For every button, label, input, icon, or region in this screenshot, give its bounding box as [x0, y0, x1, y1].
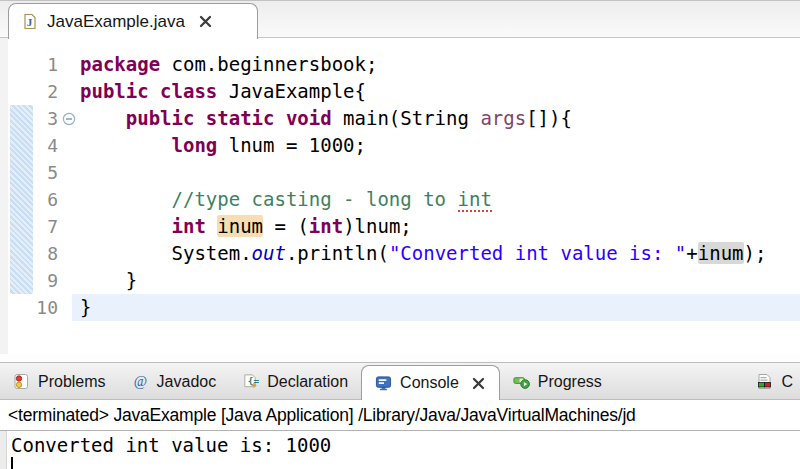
code-token: public class [80, 80, 217, 102]
console-icon [375, 375, 392, 392]
fold-slot [58, 51, 80, 78]
code-line-3[interactable]: 3 public static void main(String args[])… [0, 105, 800, 132]
console-status-text: <terminated> JavaExample [Java Applicati… [8, 405, 636, 426]
code-token: ); [744, 242, 767, 264]
view-tab-declaration[interactable]: {=Declaration [229, 363, 361, 400]
progress-icon [513, 373, 530, 390]
code-text: package com.beginnersbook; [80, 51, 800, 78]
view-tab-label: Javadoc [157, 373, 217, 391]
code-token: .println( [286, 242, 389, 264]
view-tab-label: Console [400, 374, 459, 392]
code-line-7[interactable]: 7 int inum = (int)lnum; [0, 213, 800, 240]
editor-tab-javaexample[interactable]: J JavaExample.java [8, 3, 258, 39]
fold-slot [58, 294, 80, 321]
code-line-9[interactable]: 9 } [0, 267, 800, 294]
editor-tabbar: J JavaExample.java [0, 0, 800, 38]
code-text: } [80, 294, 800, 321]
code-line-8[interactable]: 8 System.out.println("Converted int valu… [0, 240, 800, 267]
code-token [80, 134, 172, 156]
view-tab-label: Progress [538, 373, 602, 391]
editor-console-sash[interactable] [0, 354, 800, 362]
line-number: 6 [0, 186, 58, 213]
eclipse-window: J JavaExample.java 1package com.beginner… [0, 0, 800, 469]
code-token: //type casting - long to [172, 188, 458, 210]
java-file-icon: J [21, 13, 38, 30]
code-token: )lnum; [343, 215, 412, 237]
code-text: public static void main(String args[]){ [80, 105, 800, 132]
code-text: public class JavaExample{ [80, 78, 800, 105]
code-text: //type casting - long to int [80, 186, 800, 213]
line-number: 3 [0, 105, 58, 132]
line-number: 2 [0, 78, 58, 105]
code-token: args [480, 107, 526, 129]
code-token: main(String [332, 107, 481, 129]
line-number: 5 [0, 159, 58, 186]
code-token: inum [698, 242, 744, 264]
code-line-6[interactable]: 6 //type casting - long to int [0, 186, 800, 213]
code-text: int inum = (int)lnum; [80, 213, 800, 240]
code-token: lnum = 1000; [217, 134, 366, 156]
code-token [80, 188, 172, 210]
code-line-10[interactable]: 10} [0, 294, 800, 321]
code-token [80, 107, 126, 129]
coverage-icon [756, 373, 773, 390]
code-token: com.beginnersbook; [160, 53, 377, 75]
fold-minus-icon[interactable] [58, 105, 80, 132]
code-token: System. [80, 242, 252, 264]
code-token: public static void [126, 107, 332, 129]
code-line-5[interactable]: 5 [0, 159, 800, 186]
line-number: 4 [0, 132, 58, 159]
view-tab-console[interactable]: Console [361, 365, 500, 401]
code-token: = ( [263, 215, 309, 237]
fold-slot [58, 132, 80, 159]
line-number: 7 [0, 213, 58, 240]
editor-tab-label: JavaExample.java [47, 12, 185, 32]
console-gutter [0, 431, 7, 469]
fold-slot [58, 240, 80, 267]
code-text [80, 159, 800, 186]
view-tab-problems[interactable]: Problems [0, 363, 119, 400]
view-tab-javadoc[interactable]: @Javadoc [119, 363, 230, 400]
fold-slot [58, 186, 80, 213]
code-token: } [80, 296, 91, 318]
code-line-1[interactable]: 1package com.beginnersbook; [0, 51, 800, 78]
view-tab-label: Declaration [267, 373, 348, 391]
view-tab-label: Problems [38, 373, 106, 391]
problems-icon [13, 373, 30, 390]
code-token: out [252, 242, 286, 264]
console-output-area[interactable]: Converted int value is: 1000 [0, 431, 800, 469]
code-token: } [80, 269, 137, 291]
view-tab-progress[interactable]: Progress [500, 363, 615, 400]
code-token: []){ [526, 107, 572, 129]
fold-slot [58, 267, 80, 294]
line-number: 8 [0, 240, 58, 267]
console-output-line: Converted int value is: 1000 [11, 431, 800, 457]
code-line-2[interactable]: 2public class JavaExample{ [0, 78, 800, 105]
code-token: long [172, 134, 218, 156]
code-token [80, 215, 172, 237]
fold-slot [58, 159, 80, 186]
code-lines: 1package com.beginnersbook;2public class… [0, 51, 800, 321]
console-status-bar: <terminated> JavaExample [Java Applicati… [0, 400, 800, 431]
code-editor[interactable]: 1package com.beginnersbook;2public class… [0, 38, 800, 354]
svg-text:@: @ [133, 373, 146, 389]
code-token: int [309, 215, 343, 237]
code-token: int [458, 188, 492, 212]
close-icon[interactable] [198, 14, 213, 29]
code-token: "Converted int value is: " [389, 242, 686, 264]
code-line-4[interactable]: 4 long lnum = 1000; [0, 132, 800, 159]
code-token: JavaExample{ [217, 80, 366, 102]
code-text: } [80, 267, 800, 294]
code-token: package [80, 53, 160, 75]
javadoc-icon: @ [132, 373, 149, 390]
code-token: inum [217, 215, 263, 237]
fold-slot [58, 213, 80, 240]
code-token: + [686, 242, 697, 264]
bottom-view-tabbar: Problems@Javadoc{=DeclarationConsoleProg… [0, 362, 800, 400]
code-token [206, 215, 217, 237]
view-tab-label: C [781, 373, 793, 391]
svg-text:J: J [26, 16, 32, 28]
view-tab-c[interactable]: C [743, 363, 800, 400]
close-icon[interactable] [471, 376, 486, 391]
code-text: System.out.println("Converted int value … [80, 240, 800, 267]
